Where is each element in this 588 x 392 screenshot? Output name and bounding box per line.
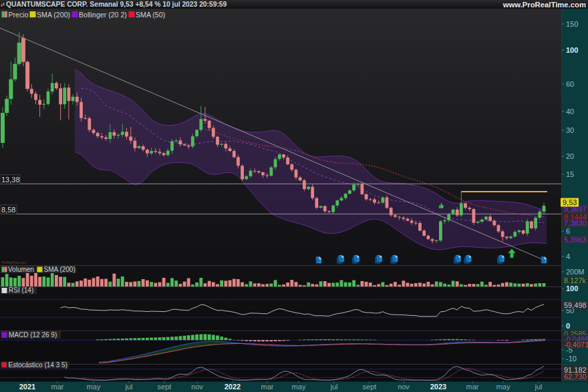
svg-text:RSI (14): RSI (14) [9,286,33,294]
svg-text:-0,4071: -0,4071 [564,341,588,349]
svg-text:ProRealTime.com: ProRealTime.com [2,261,27,264]
svg-text:nov: nov [398,383,410,391]
svg-text:may: may [292,383,306,391]
svg-text:100: 100 [566,46,578,54]
svg-text:may: may [496,383,510,391]
svg-text:150: 150 [566,20,578,28]
svg-text:6: 6 [566,227,570,235]
svg-text:9,53: 9,53 [563,198,577,206]
svg-text:2023: 2023 [430,383,446,391]
svg-text:13,38: 13,38 [1,176,20,184]
svg-text:60: 60 [566,80,574,88]
svg-text:Precio: Precio [9,11,29,19]
svg-text:may: may [87,383,101,391]
svg-text:-10: -10 [566,355,577,363]
svg-text:62,730: 62,730 [564,373,587,381]
svg-text:8,58: 8,58 [1,206,15,214]
svg-text:mar: mar [51,383,64,391]
svg-text:jul: jul [534,383,542,391]
svg-text:sept: sept [158,383,172,391]
svg-text:SMA (50): SMA (50) [136,11,165,19]
svg-text:jul: jul [124,383,132,391]
svg-text:Bollinger (20 2): Bollinger (20 2) [79,11,127,19]
svg-text:Volumen: Volumen [8,266,34,273]
svg-text:sept: sept [363,383,377,391]
svg-text:QUANTUMSCAPE CORP. Semanal 9,5: QUANTUMSCAPE CORP. Semanal 9,53 +8,54 % … [6,1,227,8]
svg-text:59,498: 59,498 [564,301,587,309]
svg-text:0: 0 [566,322,570,330]
svg-text:30: 30 [566,126,574,134]
svg-text:Estocástico (14 3 5): Estocástico (14 3 5) [9,361,67,369]
svg-text:2021: 2021 [19,383,35,391]
svg-text:200M: 200M [566,268,585,276]
svg-text:mar: mar [466,383,479,391]
svg-text:mar: mar [261,383,274,391]
svg-text:www.ProRealTime.com: www.ProRealTime.com [502,1,586,9]
svg-text:40: 40 [566,108,574,116]
svg-text:2022: 2022 [225,383,241,391]
svg-text:8.127k: 8.127k [564,276,587,284]
svg-text:4: 4 [566,252,570,260]
svg-text:SMA (200): SMA (200) [37,11,70,19]
svg-text:5,3963: 5,3963 [564,236,587,244]
svg-text:MACD (12 26 9): MACD (12 26 9) [9,331,57,339]
svg-text:15: 15 [566,170,574,178]
svg-text:nov: nov [191,383,203,391]
svg-text:jul: jul [329,383,337,391]
svg-text:7,3830: 7,3830 [564,219,587,227]
svg-text:20: 20 [566,152,574,160]
svg-text:SMA (200): SMA (200) [44,266,76,273]
svg-text:100: 100 [566,284,578,292]
